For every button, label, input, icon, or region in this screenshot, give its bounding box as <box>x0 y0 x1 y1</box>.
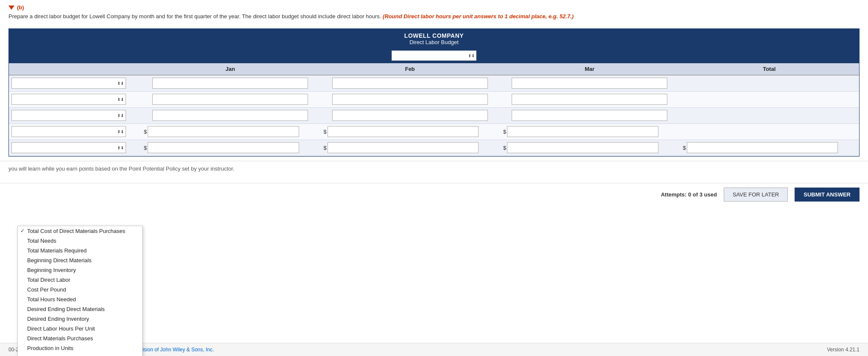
dropdown-item-2[interactable]: Total Needs <box>18 236 142 246</box>
dropdown-item-12[interactable]: Direct Materials Purchases <box>18 334 142 343</box>
input-r5-feb[interactable] <box>328 142 479 153</box>
input-r1-mar[interactable] <box>512 78 667 89</box>
input-r5-jan[interactable] <box>148 142 299 153</box>
dropdown-item-6[interactable]: Total Direct Labor <box>18 275 142 285</box>
submit-answer-button[interactable]: SUBMIT ANSWER <box>795 188 860 202</box>
cell-r4-feb: $ <box>320 124 500 139</box>
version-text: Version 4.21.1 <box>827 347 860 353</box>
dropdown-item-4[interactable]: Beginning Direct Materials <box>18 255 142 265</box>
dropdown-item-5[interactable]: Beginning Inventory <box>18 265 142 275</box>
dropdown-item-11[interactable]: Direct Labor Hours Per Unit <box>18 324 142 334</box>
input-r5-mar[interactable] <box>507 142 658 153</box>
action-bar: Attempts: 0 of 3 used SAVE FOR LATER SUB… <box>0 183 868 206</box>
budget-table: LOWELL COMPANY Direct Labor Budget First… <box>8 28 860 157</box>
cell-r4-mar: $ <box>500 124 680 139</box>
row-select-wrapper-4[interactable]: ⬆⬇ <box>11 126 126 137</box>
dropdown-item-9[interactable]: Desired Ending Direct Materials <box>18 304 142 314</box>
input-r4-jan[interactable] <box>148 126 299 137</box>
input-r2-jan[interactable] <box>152 94 308 105</box>
row-label-3: ⬆⬇ <box>9 108 140 123</box>
attempts-text: Attempts: 0 of 3 used <box>661 191 717 198</box>
row-select-5[interactable] <box>11 142 126 153</box>
row-select-wrapper-2[interactable]: ⬆⬇ <box>11 94 126 105</box>
dropdown-item-10[interactable]: Desired Ending Inventory <box>18 314 142 324</box>
period-row: First Quarter ⬆⬇ <box>9 48 859 63</box>
cell-r3-jan <box>140 108 320 123</box>
row-select-wrapper-5[interactable]: ⬆⬇ <box>11 142 126 153</box>
budget-row-2: ⬆⬇ <box>9 92 859 108</box>
cell-r4-jan: $ <box>140 124 320 139</box>
budget-header: LOWELL COMPANY Direct Labor Budget <box>9 29 859 48</box>
budget-row-1: ⬆⬇ <box>9 76 859 92</box>
col-header-feb: Feb <box>320 66 500 72</box>
cell-r5-mar: $ <box>500 140 680 155</box>
cell-r3-total <box>680 114 860 117</box>
budget-title: Direct Labor Budget <box>9 39 859 45</box>
cell-r5-feb: $ <box>320 140 500 155</box>
dollar-sign-r4-feb: $ <box>324 129 327 135</box>
cell-r3-feb <box>320 108 500 123</box>
row-select-2[interactable] <box>11 94 126 105</box>
input-r3-mar[interactable] <box>512 110 667 121</box>
col-header-total: Total <box>680 66 860 72</box>
dropdown-item-8[interactable]: Total Hours Needed <box>18 294 142 304</box>
cell-r3-mar <box>500 108 680 123</box>
footer-link-company[interactable]: John Wiley & Sons, Inc. <box>160 347 214 353</box>
earn-points-area: you will learn while you earn points bas… <box>0 161 868 183</box>
input-r2-mar[interactable] <box>512 94 667 105</box>
triangle-icon <box>8 6 14 10</box>
budget-row-4: ⬆⬇ $ $ $ <box>9 124 859 140</box>
input-r3-jan[interactable] <box>152 110 308 121</box>
row-label-4: ⬆⬇ <box>9 124 140 139</box>
cell-r2-feb <box>320 92 500 107</box>
row-select-1[interactable] <box>11 78 126 89</box>
budget-row-5: ⬆⬇ $ $ $ <box>9 140 859 156</box>
row-select-4[interactable] <box>11 126 126 137</box>
column-headers: Jan Feb Mar Total <box>9 63 859 76</box>
row-select-wrapper-1[interactable]: ⬆⬇ <box>11 78 126 89</box>
input-r1-jan[interactable] <box>152 78 308 89</box>
cell-r2-mar <box>500 92 680 107</box>
cell-r5-jan: $ <box>140 140 320 155</box>
cell-r1-jan <box>140 76 320 90</box>
col-header-jan: Jan <box>140 66 320 72</box>
save-later-button[interactable]: SAVE FOR LATER <box>724 188 788 202</box>
dropdown-item-1[interactable]: Total Cost of Direct Materials Purchases <box>18 226 142 236</box>
input-r5-total[interactable] <box>687 142 838 153</box>
input-r1-feb[interactable] <box>332 78 488 89</box>
row-select-wrapper-3[interactable]: ⬆⬇ <box>11 110 126 121</box>
row-label-5: ⬆⬇ <box>9 140 140 155</box>
cell-r1-mar <box>500 76 680 90</box>
dollar-sign-r5-mar: $ <box>503 145 506 151</box>
input-r4-mar[interactable] <box>507 126 658 137</box>
page-wrapper: (b) Prepare a direct labor budget for Lo… <box>0 0 868 356</box>
period-select-wrapper[interactable]: First Quarter ⬆⬇ <box>392 50 476 61</box>
cell-r5-total: $ <box>680 140 860 155</box>
dollar-sign-r5-feb: $ <box>324 145 327 151</box>
col-header-label <box>9 66 140 72</box>
part-label: (b) <box>8 4 860 11</box>
row-label-2: ⬆⬇ <box>9 92 140 107</box>
cell-r2-jan <box>140 92 320 107</box>
row-select-3[interactable] <box>11 110 126 121</box>
dollar-sign-r4-mar: $ <box>503 129 506 135</box>
dropdown-item-13[interactable]: Production in Units <box>18 343 142 353</box>
input-r4-feb[interactable] <box>328 126 479 137</box>
dropdown-item-7[interactable]: Cost Per Pound <box>18 285 142 294</box>
period-select[interactable]: First Quarter <box>392 50 476 61</box>
dropdown-item-14[interactable]: Rate Per Hour <box>18 353 142 356</box>
row-label-dropdown[interactable]: Total Cost of Direct Materials Purchases… <box>17 226 143 356</box>
company-name: LOWELL COMPANY <box>9 32 859 39</box>
dollar-sign-r4-jan: $ <box>144 129 147 135</box>
cell-r2-total <box>680 98 860 101</box>
instruction-area: (b) Prepare a direct labor budget for Lo… <box>0 0 868 24</box>
dropdown-item-3[interactable]: Total Materials Required <box>18 246 142 255</box>
input-r2-feb[interactable] <box>332 94 488 105</box>
dollar-sign-r5-total: $ <box>683 145 686 151</box>
earn-points-text: you will learn while you earn points bas… <box>8 165 860 172</box>
cell-r1-total <box>680 81 860 85</box>
input-r3-feb[interactable] <box>332 110 488 121</box>
budget-body: ⬆⬇ <box>9 76 859 156</box>
row-label-1: ⬆⬇ <box>9 76 140 90</box>
instruction-text: Prepare a direct labor budget for Lowell… <box>8 12 860 21</box>
